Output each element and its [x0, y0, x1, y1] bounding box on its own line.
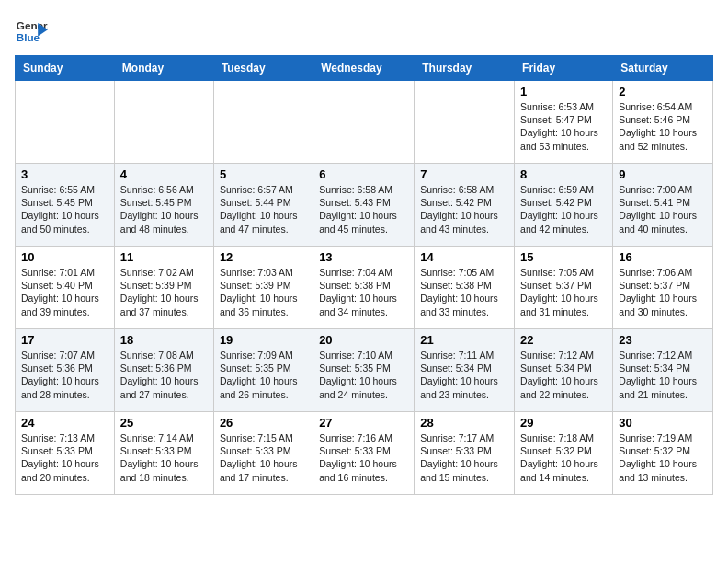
- day-info: Sunrise: 7:18 AM Sunset: 5:32 PM Dayligh…: [520, 431, 607, 484]
- calendar-cell: 24Sunrise: 7:13 AM Sunset: 5:33 PM Dayli…: [16, 412, 115, 495]
- day-info: Sunrise: 6:54 AM Sunset: 5:46 PM Dayligh…: [619, 100, 707, 153]
- day-header-thursday: Thursday: [415, 56, 515, 81]
- calendar-cell: 7Sunrise: 6:58 AM Sunset: 5:42 PM Daylig…: [415, 164, 515, 247]
- day-info: Sunrise: 6:57 AM Sunset: 5:44 PM Dayligh…: [220, 183, 307, 236]
- calendar-cell: 15Sunrise: 7:05 AM Sunset: 5:37 PM Dayli…: [515, 247, 613, 329]
- day-header-sunday: Sunday: [16, 56, 115, 81]
- day-number: 5: [220, 167, 307, 181]
- day-number: 30: [619, 416, 707, 430]
- day-header-saturday: Saturday: [613, 56, 713, 81]
- week-row-3: 10Sunrise: 7:01 AM Sunset: 5:40 PM Dayli…: [16, 247, 713, 329]
- day-number: 12: [220, 250, 307, 264]
- day-header-wednesday: Wednesday: [313, 56, 415, 81]
- day-info: Sunrise: 7:00 AM Sunset: 5:41 PM Dayligh…: [619, 183, 707, 236]
- calendar-cell: [16, 81, 115, 164]
- day-number: 23: [619, 333, 707, 347]
- logo: General Blue: [15, 15, 48, 48]
- day-number: 14: [420, 250, 508, 264]
- day-info: Sunrise: 6:56 AM Sunset: 5:45 PM Dayligh…: [120, 183, 208, 236]
- day-number: 10: [21, 250, 108, 264]
- calendar-cell: 26Sunrise: 7:15 AM Sunset: 5:33 PM Dayli…: [213, 412, 313, 495]
- calendar-cell: 14Sunrise: 7:05 AM Sunset: 5:38 PM Dayli…: [415, 247, 515, 329]
- day-number: 13: [319, 250, 408, 264]
- calendar-cell: 23Sunrise: 7:12 AM Sunset: 5:34 PM Dayli…: [613, 329, 713, 412]
- day-number: 15: [520, 250, 607, 264]
- day-number: 2: [619, 85, 707, 98]
- day-info: Sunrise: 6:58 AM Sunset: 5:42 PM Dayligh…: [420, 183, 508, 236]
- calendar-cell: 3Sunrise: 6:55 AM Sunset: 5:45 PM Daylig…: [16, 164, 115, 247]
- day-number: 11: [120, 250, 208, 264]
- calendar-table: SundayMondayTuesdayWednesdayThursdayFrid…: [15, 55, 713, 495]
- calendar-cell: 16Sunrise: 7:06 AM Sunset: 5:37 PM Dayli…: [613, 247, 713, 329]
- day-number: 8: [520, 167, 607, 181]
- day-info: Sunrise: 7:14 AM Sunset: 5:33 PM Dayligh…: [120, 431, 208, 484]
- calendar-cell: 30Sunrise: 7:19 AM Sunset: 5:32 PM Dayli…: [613, 412, 713, 495]
- day-number: 22: [520, 333, 607, 347]
- day-info: Sunrise: 7:05 AM Sunset: 5:37 PM Dayligh…: [520, 266, 607, 318]
- day-info: Sunrise: 7:15 AM Sunset: 5:33 PM Dayligh…: [220, 431, 307, 484]
- calendar-cell: 21Sunrise: 7:11 AM Sunset: 5:34 PM Dayli…: [415, 329, 515, 412]
- calendar-cell: 12Sunrise: 7:03 AM Sunset: 5:39 PM Dayli…: [213, 247, 313, 329]
- day-info: Sunrise: 6:55 AM Sunset: 5:45 PM Dayligh…: [21, 183, 108, 236]
- calendar-cell: 22Sunrise: 7:12 AM Sunset: 5:34 PM Dayli…: [515, 329, 613, 412]
- week-row-1: 1Sunrise: 6:53 AM Sunset: 5:47 PM Daylig…: [16, 81, 713, 164]
- day-number: 3: [21, 167, 108, 181]
- day-info: Sunrise: 7:10 AM Sunset: 5:35 PM Dayligh…: [319, 349, 408, 401]
- day-info: Sunrise: 7:04 AM Sunset: 5:38 PM Dayligh…: [319, 266, 408, 318]
- day-info: Sunrise: 7:12 AM Sunset: 5:34 PM Dayligh…: [619, 349, 707, 401]
- calendar-cell: 1Sunrise: 6:53 AM Sunset: 5:47 PM Daylig…: [515, 81, 613, 164]
- day-info: Sunrise: 7:06 AM Sunset: 5:37 PM Dayligh…: [619, 266, 707, 318]
- day-number: 29: [520, 416, 607, 430]
- day-number: 21: [420, 333, 508, 347]
- day-info: Sunrise: 7:01 AM Sunset: 5:40 PM Dayligh…: [21, 266, 108, 318]
- calendar-cell: 8Sunrise: 6:59 AM Sunset: 5:42 PM Daylig…: [515, 164, 613, 247]
- calendar-cell: [415, 81, 515, 164]
- calendar-cell: 2Sunrise: 6:54 AM Sunset: 5:46 PM Daylig…: [613, 81, 713, 164]
- day-number: 16: [619, 250, 707, 264]
- calendar-cell: 10Sunrise: 7:01 AM Sunset: 5:40 PM Dayli…: [16, 247, 115, 329]
- day-info: Sunrise: 7:07 AM Sunset: 5:36 PM Dayligh…: [21, 349, 108, 401]
- day-number: 6: [319, 167, 408, 181]
- day-header-monday: Monday: [114, 56, 213, 81]
- page-header: General Blue: [15, 15, 713, 48]
- calendar-cell: [114, 81, 213, 164]
- day-info: Sunrise: 7:19 AM Sunset: 5:32 PM Dayligh…: [619, 431, 707, 484]
- day-number: 18: [120, 333, 208, 347]
- day-info: Sunrise: 7:12 AM Sunset: 5:34 PM Dayligh…: [520, 349, 607, 401]
- logo-icon: General Blue: [15, 15, 48, 48]
- calendar-cell: 9Sunrise: 7:00 AM Sunset: 5:41 PM Daylig…: [613, 164, 713, 247]
- day-number: 20: [319, 333, 408, 347]
- calendar-cell: 25Sunrise: 7:14 AM Sunset: 5:33 PM Dayli…: [114, 412, 213, 495]
- calendar-cell: 28Sunrise: 7:17 AM Sunset: 5:33 PM Dayli…: [415, 412, 515, 495]
- calendar-cell: 27Sunrise: 7:16 AM Sunset: 5:33 PM Dayli…: [313, 412, 415, 495]
- day-info: Sunrise: 7:08 AM Sunset: 5:36 PM Dayligh…: [120, 349, 208, 401]
- day-header-friday: Friday: [515, 56, 613, 81]
- calendar-cell: [213, 81, 313, 164]
- week-row-4: 17Sunrise: 7:07 AM Sunset: 5:36 PM Dayli…: [16, 329, 713, 412]
- day-info: Sunrise: 7:13 AM Sunset: 5:33 PM Dayligh…: [21, 431, 108, 484]
- day-number: 4: [120, 167, 208, 181]
- svg-text:Blue: Blue: [17, 31, 40, 43]
- day-info: Sunrise: 6:53 AM Sunset: 5:47 PM Dayligh…: [520, 100, 607, 153]
- day-number: 26: [220, 416, 307, 430]
- calendar-cell: [313, 81, 415, 164]
- week-row-2: 3Sunrise: 6:55 AM Sunset: 5:45 PM Daylig…: [16, 164, 713, 247]
- calendar-cell: 13Sunrise: 7:04 AM Sunset: 5:38 PM Dayli…: [313, 247, 415, 329]
- calendar-cell: 4Sunrise: 6:56 AM Sunset: 5:45 PM Daylig…: [114, 164, 213, 247]
- day-info: Sunrise: 7:05 AM Sunset: 5:38 PM Dayligh…: [420, 266, 508, 318]
- day-number: 7: [420, 167, 508, 181]
- day-info: Sunrise: 6:59 AM Sunset: 5:42 PM Dayligh…: [520, 183, 607, 236]
- week-row-5: 24Sunrise: 7:13 AM Sunset: 5:33 PM Dayli…: [16, 412, 713, 495]
- day-info: Sunrise: 7:11 AM Sunset: 5:34 PM Dayligh…: [420, 349, 508, 401]
- calendar-cell: 11Sunrise: 7:02 AM Sunset: 5:39 PM Dayli…: [114, 247, 213, 329]
- calendar-cell: 18Sunrise: 7:08 AM Sunset: 5:36 PM Dayli…: [114, 329, 213, 412]
- calendar-cell: 17Sunrise: 7:07 AM Sunset: 5:36 PM Dayli…: [16, 329, 115, 412]
- day-number: 25: [120, 416, 208, 430]
- day-number: 28: [420, 416, 508, 430]
- day-number: 19: [220, 333, 307, 347]
- day-info: Sunrise: 7:17 AM Sunset: 5:33 PM Dayligh…: [420, 431, 508, 484]
- day-info: Sunrise: 7:16 AM Sunset: 5:33 PM Dayligh…: [319, 431, 408, 484]
- day-header-row: SundayMondayTuesdayWednesdayThursdayFrid…: [16, 56, 713, 81]
- calendar-cell: 20Sunrise: 7:10 AM Sunset: 5:35 PM Dayli…: [313, 329, 415, 412]
- day-number: 9: [619, 167, 707, 181]
